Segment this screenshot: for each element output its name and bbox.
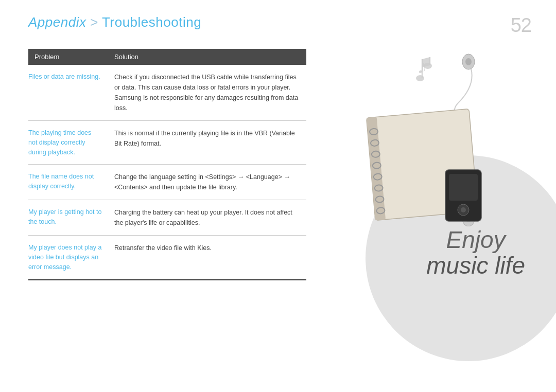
problem-cell-3: My player is getting hot to the touch.	[28, 200, 108, 236]
headphone-illustration	[366, 51, 530, 226]
problem-cell-0: Files or data are missing.	[28, 65, 108, 121]
decorative-area: ♪ Enjoy music life	[299, 0, 556, 392]
problem-cell-1: The playing time does not display correc…	[28, 121, 108, 165]
small-music-note	[412, 54, 438, 85]
svg-point-21	[424, 63, 432, 69]
solution-cell-3: Charging the battery can heat up your pl…	[108, 200, 306, 236]
problem-cell-2: The file name does not display correctly…	[28, 165, 108, 200]
enjoy-line1: Enjoy	[426, 227, 525, 253]
troubleshooting-table: Problem Solution Files or data are missi…	[28, 49, 306, 280]
enjoy-line2: music life	[426, 253, 525, 279]
problem-cell-4: My player does not play a video file but…	[28, 236, 108, 280]
separator: >	[86, 14, 102, 30]
solution-cell-4: Retransfer the video file with Kies.	[108, 236, 306, 280]
table-row: My player does not play a video file but…	[28, 236, 306, 280]
solution-cell-0: Check if you disconnected the USB cable …	[108, 65, 306, 121]
table-row: The file name does not display correctly…	[28, 165, 306, 200]
table-row: My player is getting hot to the touch.Ch…	[28, 200, 306, 236]
solution-cell-2: Change the language setting in <Settings…	[108, 165, 306, 200]
svg-point-17	[461, 207, 466, 212]
enjoy-text: Enjoy music life	[426, 227, 525, 279]
table-row: Files or data are missing.Check if you d…	[28, 65, 306, 121]
table-row: The playing time does not display correc…	[28, 121, 306, 165]
solution-cell-1: This is normal if the currently playing …	[108, 121, 306, 165]
svg-rect-15	[449, 174, 478, 201]
table-header-row: Problem Solution	[28, 49, 306, 65]
page-header: Appendix > Troubleshooting	[28, 14, 201, 30]
svg-point-1	[465, 58, 472, 65]
subtitle-label: Troubleshooting	[102, 14, 201, 30]
solution-column-header: Solution	[108, 49, 306, 65]
svg-point-20	[416, 75, 424, 81]
page-title: Appendix > Troubleshooting	[28, 14, 201, 30]
appendix-label: Appendix	[28, 14, 86, 30]
main-content: Problem Solution Files or data are missi…	[28, 49, 306, 280]
problem-column-header: Problem	[28, 49, 108, 65]
